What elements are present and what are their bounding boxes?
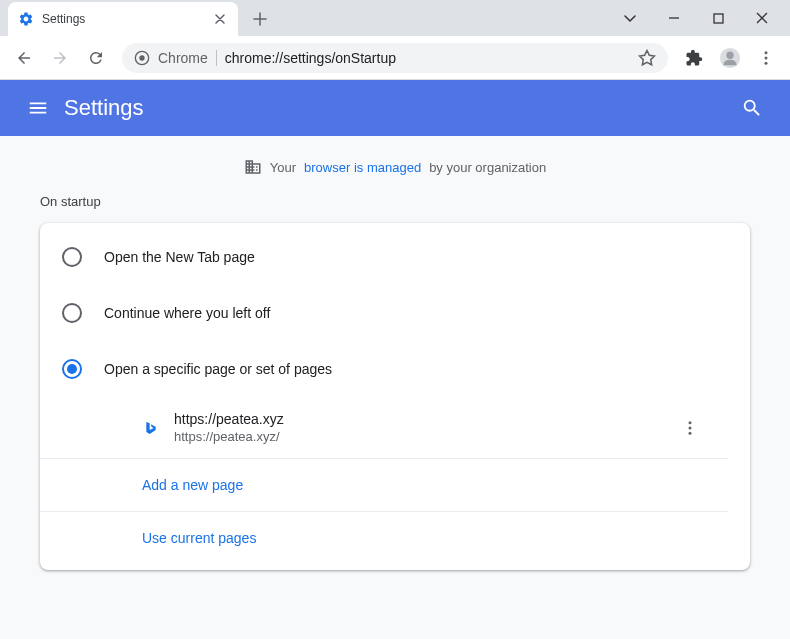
hamburger-menu-button[interactable] bbox=[18, 88, 58, 128]
svg-rect-0 bbox=[714, 14, 723, 23]
reload-button[interactable] bbox=[80, 42, 112, 74]
close-button[interactable] bbox=[752, 8, 772, 28]
radio-icon bbox=[62, 303, 82, 323]
managed-prefix: Your bbox=[270, 160, 296, 175]
option-label: Open the New Tab page bbox=[104, 249, 255, 265]
settings-header: Settings bbox=[0, 80, 790, 136]
omnibox-origin: Chrome bbox=[158, 50, 208, 66]
radio-icon bbox=[62, 247, 82, 267]
managed-suffix: by your organization bbox=[429, 160, 546, 175]
browser-tab[interactable]: Settings bbox=[8, 2, 238, 36]
tab-title: Settings bbox=[42, 12, 204, 26]
page-texts: https://peatea.xyz https://peatea.xyz/ bbox=[174, 411, 660, 444]
option-label: Open a specific page or set of pages bbox=[104, 361, 332, 377]
address-bar: Chrome chrome://settings/onStartup bbox=[0, 36, 790, 80]
managed-banner: Your browser is managed by your organiza… bbox=[0, 152, 790, 194]
search-button[interactable] bbox=[732, 88, 772, 128]
chrome-icon bbox=[134, 50, 150, 66]
page-menu-button[interactable] bbox=[674, 412, 706, 444]
page-title: Settings bbox=[64, 95, 732, 121]
separator bbox=[216, 50, 217, 66]
add-page-link[interactable]: Add a new page bbox=[40, 459, 728, 512]
svg-point-6 bbox=[765, 56, 768, 59]
section-title: On startup bbox=[0, 194, 790, 223]
option-new-tab[interactable]: Open the New Tab page bbox=[40, 229, 750, 285]
svg-point-9 bbox=[689, 426, 692, 429]
option-continue[interactable]: Continue where you left off bbox=[40, 285, 750, 341]
maximize-button[interactable] bbox=[708, 8, 728, 28]
svg-point-8 bbox=[689, 421, 692, 424]
back-button[interactable] bbox=[8, 42, 40, 74]
gear-icon bbox=[18, 11, 34, 27]
radio-icon bbox=[62, 359, 82, 379]
page-title-text: https://peatea.xyz bbox=[174, 411, 660, 427]
minimize-button[interactable] bbox=[664, 8, 684, 28]
svg-point-2 bbox=[139, 55, 144, 60]
svg-point-4 bbox=[726, 51, 733, 58]
svg-point-7 bbox=[765, 61, 768, 64]
svg-point-10 bbox=[689, 431, 692, 434]
option-specific-pages[interactable]: Open a specific page or set of pages bbox=[40, 341, 750, 397]
option-label: Continue where you left off bbox=[104, 305, 270, 321]
menu-button[interactable] bbox=[750, 42, 782, 74]
tab-bar: Settings bbox=[0, 0, 790, 36]
close-icon[interactable] bbox=[212, 11, 228, 27]
building-icon bbox=[244, 158, 262, 176]
omnibox[interactable]: Chrome chrome://settings/onStartup bbox=[122, 43, 668, 73]
managed-link[interactable]: browser is managed bbox=[304, 160, 421, 175]
bing-icon bbox=[142, 419, 160, 437]
new-tab-button[interactable] bbox=[246, 5, 274, 33]
forward-button bbox=[44, 42, 76, 74]
star-icon[interactable] bbox=[638, 49, 656, 67]
profile-button[interactable] bbox=[714, 42, 746, 74]
startup-card: Open the New Tab page Continue where you… bbox=[40, 223, 750, 570]
svg-point-5 bbox=[765, 51, 768, 54]
use-current-pages-link[interactable]: Use current pages bbox=[40, 512, 728, 564]
window-controls bbox=[602, 0, 790, 36]
page-url-text: https://peatea.xyz/ bbox=[174, 429, 660, 444]
startup-page-row: https://peatea.xyz https://peatea.xyz/ bbox=[40, 397, 728, 459]
content-area: Your browser is managed by your organiza… bbox=[0, 136, 790, 639]
omnibox-url: chrome://settings/onStartup bbox=[225, 50, 630, 66]
extensions-button[interactable] bbox=[678, 42, 710, 74]
chevron-down-icon[interactable] bbox=[620, 8, 640, 28]
